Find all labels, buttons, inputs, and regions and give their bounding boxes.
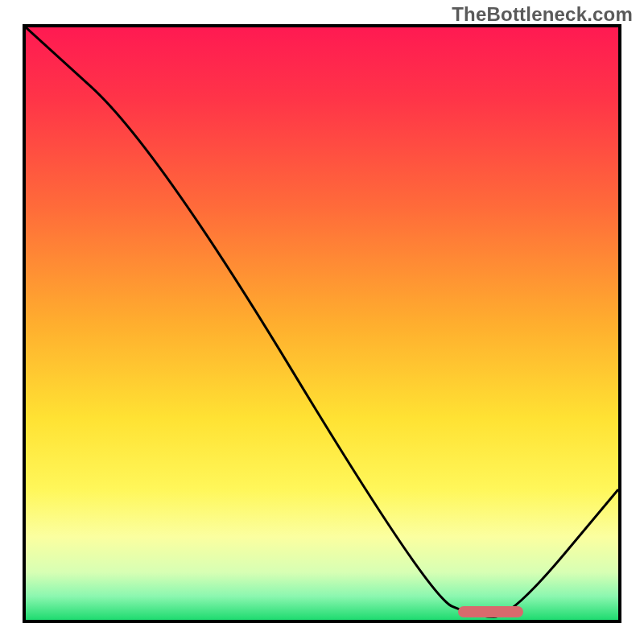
plot-frame	[23, 24, 621, 623]
chart-container: TheBottleneck.com	[0, 0, 644, 644]
bottleneck-curve	[26, 27, 618, 620]
curve-path	[26, 27, 618, 617]
sweet-spot-bar	[458, 606, 523, 617]
watermark-text: TheBottleneck.com	[452, 3, 633, 26]
